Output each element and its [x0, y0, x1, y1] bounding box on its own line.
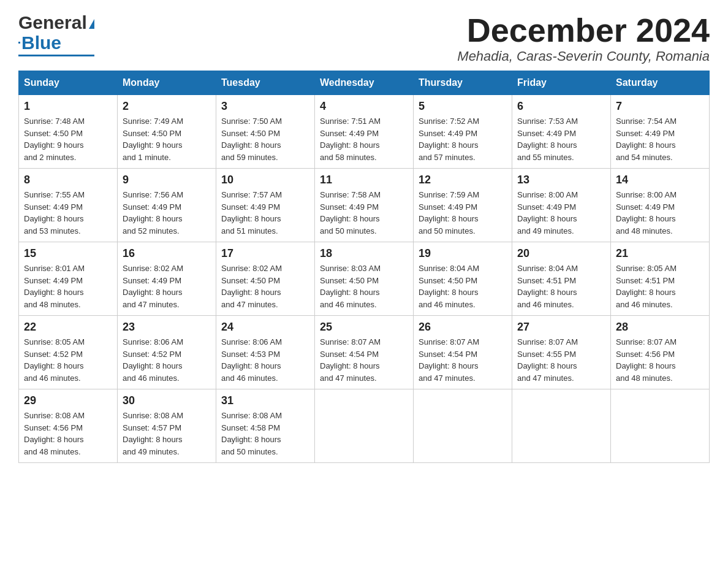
calendar-cell: 8 Sunrise: 7:55 AMSunset: 4:49 PMDayligh… [19, 169, 118, 242]
day-number: 31 [221, 394, 309, 407]
calendar-cell: 7 Sunrise: 7:54 AMSunset: 4:49 PMDayligh… [611, 95, 710, 169]
calendar-cell: 18 Sunrise: 8:03 AMSunset: 4:50 PMDaylig… [315, 242, 414, 316]
day-number: 6 [517, 100, 605, 113]
calendar-cell: 9 Sunrise: 7:56 AMSunset: 4:49 PMDayligh… [118, 169, 216, 242]
day-number: 18 [320, 247, 408, 260]
day-number: 20 [517, 247, 605, 260]
day-info: Sunrise: 7:59 AMSunset: 4:49 PMDaylight:… [419, 189, 507, 237]
calendar-cell: 29 Sunrise: 8:08 AMSunset: 4:56 PMDaylig… [19, 389, 118, 463]
day-number: 29 [24, 394, 112, 407]
calendar-cell: 25 Sunrise: 8:07 AMSunset: 4:54 PMDaylig… [315, 316, 414, 389]
day-number: 19 [419, 247, 507, 260]
calendar-week-row: 8 Sunrise: 7:55 AMSunset: 4:49 PMDayligh… [19, 169, 710, 242]
day-info: Sunrise: 8:04 AMSunset: 4:50 PMDaylight:… [419, 262, 507, 310]
day-info: Sunrise: 8:00 AMSunset: 4:49 PMDaylight:… [616, 189, 704, 237]
day-number: 16 [123, 247, 211, 260]
day-info: Sunrise: 8:07 AMSunset: 4:54 PMDaylight:… [419, 336, 507, 384]
calendar-cell: 3 Sunrise: 7:50 AMSunset: 4:50 PMDayligh… [216, 95, 315, 169]
day-info: Sunrise: 7:48 AMSunset: 4:50 PMDaylight:… [24, 115, 112, 163]
calendar-cell: 19 Sunrise: 8:04 AMSunset: 4:50 PMDaylig… [414, 242, 512, 316]
calendar-cell [512, 389, 611, 463]
day-info: Sunrise: 7:55 AMSunset: 4:49 PMDaylight:… [24, 189, 112, 237]
day-number: 23 [123, 321, 211, 334]
weekday-header-friday: Friday [512, 71, 611, 95]
day-info: Sunrise: 7:50 AMSunset: 4:50 PMDaylight:… [221, 115, 309, 163]
location-title: Mehadia, Caras-Severin County, Romania [457, 48, 710, 64]
calendar-cell: 2 Sunrise: 7:49 AMSunset: 4:50 PMDayligh… [118, 95, 216, 169]
day-number: 11 [320, 174, 408, 186]
calendar-cell: 10 Sunrise: 7:57 AMSunset: 4:49 PMDaylig… [216, 169, 315, 242]
day-number: 27 [517, 321, 605, 334]
calendar-cell: 14 Sunrise: 8:00 AMSunset: 4:49 PMDaylig… [611, 169, 710, 242]
day-info: Sunrise: 8:08 AMSunset: 4:56 PMDaylight:… [24, 410, 112, 458]
day-info: Sunrise: 8:06 AMSunset: 4:53 PMDaylight:… [221, 336, 309, 384]
day-number: 3 [221, 100, 309, 113]
calendar-cell: 21 Sunrise: 8:05 AMSunset: 4:51 PMDaylig… [611, 242, 710, 316]
calendar-table: SundayMondayTuesdayWednesdayThursdayFrid… [18, 71, 710, 463]
day-number: 5 [419, 100, 507, 113]
day-number: 25 [320, 321, 408, 334]
day-info: Sunrise: 7:57 AMSunset: 4:49 PMDaylight:… [221, 189, 309, 237]
logo-underline [18, 55, 94, 56]
day-info: Sunrise: 7:53 AMSunset: 4:49 PMDaylight:… [517, 115, 605, 163]
weekday-header-saturday: Saturday [611, 71, 710, 95]
calendar-cell: 6 Sunrise: 7:53 AMSunset: 4:49 PMDayligh… [512, 95, 611, 169]
calendar-cell: 1 Sunrise: 7:48 AMSunset: 4:50 PMDayligh… [19, 95, 118, 169]
weekday-header-sunday: Sunday [19, 71, 118, 95]
calendar-cell: 13 Sunrise: 8:00 AMSunset: 4:49 PMDaylig… [512, 169, 611, 242]
day-info: Sunrise: 7:52 AMSunset: 4:49 PMDaylight:… [419, 115, 507, 163]
day-info: Sunrise: 8:04 AMSunset: 4:51 PMDaylight:… [517, 262, 605, 310]
day-number: 30 [123, 394, 211, 407]
day-info: Sunrise: 8:07 AMSunset: 4:55 PMDaylight:… [517, 336, 605, 384]
calendar-cell: 30 Sunrise: 8:08 AMSunset: 4:57 PMDaylig… [118, 389, 216, 463]
day-number: 10 [221, 174, 309, 186]
day-info: Sunrise: 8:02 AMSunset: 4:50 PMDaylight:… [221, 262, 309, 310]
calendar-cell: 28 Sunrise: 8:07 AMSunset: 4:56 PMDaylig… [611, 316, 710, 389]
calendar-cell: 24 Sunrise: 8:06 AMSunset: 4:53 PMDaylig… [216, 316, 315, 389]
logo-blue-text: Blue [21, 33, 61, 53]
day-number: 17 [221, 247, 309, 260]
day-number: 22 [24, 321, 112, 334]
weekday-header-tuesday: Tuesday [216, 71, 315, 95]
weekday-header-row: SundayMondayTuesdayWednesdayThursdayFrid… [19, 71, 710, 95]
day-number: 21 [616, 247, 704, 260]
calendar-cell: 22 Sunrise: 8:05 AMSunset: 4:52 PMDaylig… [19, 316, 118, 389]
day-info: Sunrise: 8:08 AMSunset: 4:57 PMDaylight:… [123, 410, 211, 458]
title-block: December 2024 Mehadia, Caras-Severin Cou… [457, 12, 710, 64]
calendar-cell: 27 Sunrise: 8:07 AMSunset: 4:55 PMDaylig… [512, 316, 611, 389]
day-info: Sunrise: 7:49 AMSunset: 4:50 PMDaylight:… [123, 115, 211, 163]
day-info: Sunrise: 8:07 AMSunset: 4:54 PMDaylight:… [320, 336, 408, 384]
logo-triangle-icon [89, 19, 94, 29]
calendar-cell: 16 Sunrise: 8:02 AMSunset: 4:49 PMDaylig… [118, 242, 216, 316]
calendar-cell: 12 Sunrise: 7:59 AMSunset: 4:49 PMDaylig… [414, 169, 512, 242]
day-info: Sunrise: 8:05 AMSunset: 4:52 PMDaylight:… [24, 336, 112, 384]
day-number: 2 [123, 100, 211, 113]
day-info: Sunrise: 8:08 AMSunset: 4:58 PMDaylight:… [221, 410, 309, 458]
day-info: Sunrise: 7:56 AMSunset: 4:49 PMDaylight:… [123, 189, 211, 237]
day-number: 13 [517, 174, 605, 186]
calendar-week-row: 22 Sunrise: 8:05 AMSunset: 4:52 PMDaylig… [19, 316, 710, 389]
calendar-week-row: 29 Sunrise: 8:08 AMSunset: 4:56 PMDaylig… [19, 389, 710, 463]
day-number: 15 [24, 247, 112, 260]
calendar-cell: 17 Sunrise: 8:02 AMSunset: 4:50 PMDaylig… [216, 242, 315, 316]
day-number: 4 [320, 100, 408, 113]
calendar-cell: 4 Sunrise: 7:51 AMSunset: 4:49 PMDayligh… [315, 95, 414, 169]
day-number: 7 [616, 100, 704, 113]
logo: General Blue [18, 12, 94, 56]
calendar-cell: 20 Sunrise: 8:04 AMSunset: 4:51 PMDaylig… [512, 242, 611, 316]
calendar-cell [611, 389, 710, 463]
day-info: Sunrise: 8:05 AMSunset: 4:51 PMDaylight:… [616, 262, 704, 310]
calendar-cell: 26 Sunrise: 8:07 AMSunset: 4:54 PMDaylig… [414, 316, 512, 389]
weekday-header-monday: Monday [118, 71, 216, 95]
month-title: December 2024 [457, 12, 710, 48]
day-number: 12 [419, 174, 507, 186]
day-number: 28 [616, 321, 704, 334]
day-info: Sunrise: 8:06 AMSunset: 4:52 PMDaylight:… [123, 336, 211, 384]
day-number: 14 [616, 174, 704, 186]
day-number: 24 [221, 321, 309, 334]
day-info: Sunrise: 7:54 AMSunset: 4:49 PMDaylight:… [616, 115, 704, 163]
day-number: 8 [24, 174, 112, 186]
day-info: Sunrise: 7:51 AMSunset: 4:49 PMDaylight:… [320, 115, 408, 163]
day-info: Sunrise: 7:58 AMSunset: 4:49 PMDaylight:… [320, 189, 408, 237]
calendar-cell: 31 Sunrise: 8:08 AMSunset: 4:58 PMDaylig… [216, 389, 315, 463]
